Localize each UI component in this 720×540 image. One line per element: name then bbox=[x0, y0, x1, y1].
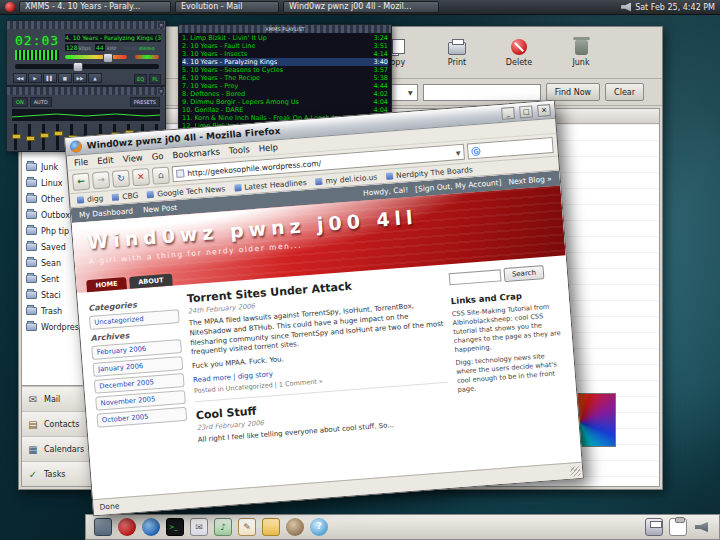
menu-item[interactable]: View bbox=[122, 152, 143, 164]
category-link[interactable]: Uncategorized bbox=[89, 309, 180, 330]
eq-slider[interactable] bbox=[28, 124, 31, 150]
back-button[interactable] bbox=[72, 172, 90, 190]
playlist-track[interactable]: 3. 10 Years - Insects 4:14 bbox=[182, 50, 388, 58]
previous-button[interactable] bbox=[13, 73, 27, 83]
equalizer-titlebar[interactable] bbox=[7, 87, 165, 95]
pause-button[interactable] bbox=[43, 73, 57, 83]
playlist-track[interactable]: 5. 10 Years - Seasons to Cycles 3:57 bbox=[182, 66, 388, 74]
close-icon[interactable] bbox=[158, 88, 164, 94]
eq-slider[interactable] bbox=[56, 124, 59, 150]
next-blog-link[interactable]: Next Blog » bbox=[508, 174, 552, 186]
calendar-icon bbox=[27, 444, 39, 455]
playlist-track[interactable]: 2. 10 Years - Fault Line 3:51 bbox=[182, 42, 388, 50]
folder-icon bbox=[26, 195, 37, 203]
xmms-titlebar[interactable] bbox=[7, 21, 165, 29]
show-desktop-icon[interactable] bbox=[94, 518, 112, 536]
music-player-icon[interactable] bbox=[214, 518, 232, 536]
menu-item[interactable]: Help bbox=[258, 142, 278, 153]
tasks-shortcut[interactable]: Tasks bbox=[22, 461, 98, 486]
balance-slider[interactable] bbox=[135, 55, 159, 59]
forward-button[interactable] bbox=[92, 171, 110, 189]
playlist-track[interactable]: 6. 10 Years - The Recipe 5:38 bbox=[182, 74, 388, 82]
menu-item[interactable]: Bookmarks bbox=[172, 147, 220, 161]
applications-menu-icon[interactable] bbox=[118, 518, 136, 536]
web-search-input[interactable] bbox=[483, 141, 549, 155]
volume-slider[interactable] bbox=[65, 55, 127, 59]
bookmark-icon bbox=[77, 196, 85, 204]
categories-list: Uncategorized bbox=[89, 309, 180, 330]
taskbar-button-firefox[interactable]: Wind0wz pwnz j00 4ll - Mozil... bbox=[283, 1, 439, 13]
delete-icon bbox=[511, 39, 527, 55]
blog-search-input[interactable] bbox=[449, 269, 502, 285]
menu-item[interactable]: Edit bbox=[97, 155, 114, 166]
bookmark-item[interactable]: CBG bbox=[112, 191, 139, 202]
stop-button[interactable] bbox=[58, 73, 72, 83]
bookmark-icon bbox=[234, 184, 242, 192]
clear-button[interactable]: Clear bbox=[605, 83, 644, 101]
folder-icon bbox=[26, 227, 37, 235]
menu-icon[interactable] bbox=[5, 2, 15, 12]
bookmark-icon bbox=[147, 191, 155, 199]
pl-toggle[interactable]: PL bbox=[149, 74, 161, 84]
eq-toggle[interactable]: EQ bbox=[134, 74, 147, 84]
text-editor-icon[interactable] bbox=[238, 518, 256, 536]
bookmark-item[interactable]: digg bbox=[77, 194, 104, 205]
close-icon[interactable] bbox=[537, 104, 551, 117]
khz-label: kHz bbox=[107, 45, 116, 51]
eq-auto-button[interactable]: AUTO bbox=[30, 97, 52, 107]
printer-icon[interactable] bbox=[645, 518, 663, 536]
eq-slider[interactable] bbox=[42, 124, 45, 150]
play-button[interactable] bbox=[28, 73, 42, 83]
playback-time: 02:03 bbox=[15, 33, 59, 48]
minimize-icon[interactable] bbox=[501, 106, 515, 119]
taskbar-button-evolution[interactable]: Evolution - Mail bbox=[175, 1, 279, 13]
kbps-label: kbps bbox=[79, 45, 91, 51]
help-icon[interactable] bbox=[310, 518, 328, 536]
menu-item[interactable]: Go bbox=[151, 151, 164, 162]
web-browser-icon[interactable] bbox=[142, 518, 160, 536]
delete-button[interactable]: Delete bbox=[493, 31, 545, 75]
menu-item[interactable]: Tools bbox=[228, 144, 250, 156]
eq-curve-graph bbox=[12, 109, 160, 121]
blog-search-button[interactable]: Search bbox=[503, 265, 544, 282]
archive-link[interactable]: October 2005 bbox=[96, 407, 187, 428]
eject-button[interactable] bbox=[88, 73, 102, 83]
playlist-track[interactable]: 7. 10 Years - Prey 4:44 bbox=[182, 82, 388, 90]
junk-button[interactable]: Junk bbox=[555, 31, 607, 75]
terminal-icon[interactable] bbox=[166, 518, 184, 536]
folder-icon bbox=[26, 211, 37, 219]
next-button[interactable] bbox=[73, 73, 87, 83]
print-button[interactable]: Print bbox=[431, 31, 483, 75]
file-manager-icon[interactable] bbox=[262, 518, 280, 536]
new-post-link[interactable]: New Post bbox=[143, 203, 178, 215]
close-icon[interactable] bbox=[158, 22, 164, 28]
eq-presets-button[interactable]: PRESETS bbox=[130, 97, 160, 107]
playlist-track[interactable]: 1. Limp Bizkit - Livin' It Up 3:24 bbox=[182, 34, 388, 42]
volume-icon[interactable] bbox=[621, 3, 631, 12]
image-editor-icon[interactable] bbox=[286, 518, 304, 536]
samplerate-value: 44 bbox=[95, 44, 105, 51]
taskbar-button-xmms[interactable]: XMMS - 4. 10 Years - Paraly... bbox=[19, 1, 171, 13]
stop-button[interactable] bbox=[132, 168, 150, 186]
playlist-track[interactable]: 8. Deftones - Bored 4:02 bbox=[182, 90, 388, 98]
playlist-titlebar[interactable]: XMMS PLAYLIST bbox=[179, 25, 391, 33]
playlist-track[interactable]: 10. Gorillaz - DARE 4:04 bbox=[182, 106, 388, 114]
maximize-icon[interactable] bbox=[519, 105, 533, 118]
playlist-track[interactable]: 4. 10 Years - Paralyzing Kings 3:40 bbox=[182, 58, 388, 66]
evolution-search-input[interactable] bbox=[423, 84, 541, 101]
home-button[interactable] bbox=[152, 166, 170, 184]
chevron-down-icon[interactable]: ▼ bbox=[456, 149, 461, 156]
clipboard-icon[interactable] bbox=[669, 518, 687, 536]
menu-item[interactable]: File bbox=[74, 157, 89, 168]
volume-icon[interactable] bbox=[693, 518, 711, 536]
link-description: Digg: technology news site where the use… bbox=[455, 351, 565, 395]
find-now-button[interactable]: Find Now bbox=[546, 83, 600, 101]
page-viewport: My Dashboard New Post Howdy, Cal! [Sign … bbox=[71, 171, 582, 500]
my-dashboard-link[interactable]: My Dashboard bbox=[79, 206, 134, 219]
email-icon[interactable] bbox=[190, 518, 208, 536]
eq-on-button[interactable]: ON bbox=[12, 97, 28, 107]
eq-slider[interactable] bbox=[14, 124, 17, 150]
playlist-track[interactable]: 9. Dimmu Borgir - Lepers Among Us 4:04 bbox=[182, 98, 388, 106]
seek-slider[interactable] bbox=[15, 64, 159, 69]
reload-button[interactable] bbox=[112, 169, 130, 187]
